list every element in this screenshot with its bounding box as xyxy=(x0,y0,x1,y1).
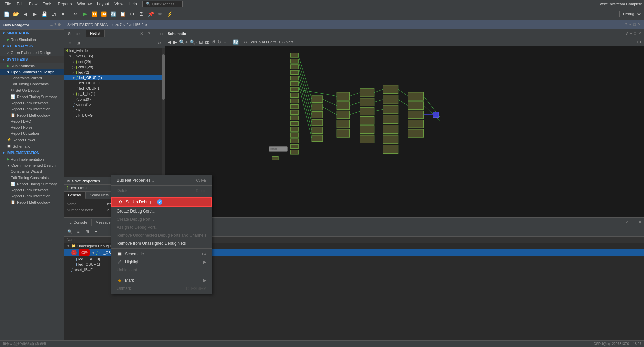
settings-btn[interactable]: ⚙ xyxy=(128,10,136,18)
nav-impl-constraints-wizard[interactable]: Constraints Wizard xyxy=(0,168,64,175)
tab-sources[interactable]: Sources xyxy=(64,30,86,37)
nav-impl-clock-int[interactable]: Report Clock Interaction xyxy=(0,193,64,199)
schem-rotate-ccw-btn[interactable]: ↺ xyxy=(211,39,215,45)
copy-btn[interactable]: 📋 xyxy=(118,10,127,18)
nav-run-implementation[interactable]: ▶ Run Implementation xyxy=(0,156,64,162)
schem-help-icon[interactable]: ? xyxy=(626,31,628,36)
title-minimize-icon[interactable]: − xyxy=(629,22,631,27)
menu-help[interactable]: Help xyxy=(126,1,140,7)
new-btn[interactable]: 📄 xyxy=(2,10,11,18)
nav-run-simulation[interactable]: ▶ Run Simulation xyxy=(0,36,64,43)
forward-btn[interactable]: ▶ xyxy=(30,10,39,18)
nav-section-implementation[interactable]: ▼ IMPLEMENTATION xyxy=(0,149,64,156)
schem-refresh-btn[interactable]: 🔄 xyxy=(233,39,239,45)
tree-row-led-obuf[interactable]: ▼ ∫ led_OBUF (2) xyxy=(64,75,165,80)
schem-gear-btn[interactable]: ⚙ xyxy=(637,39,641,45)
back-btn[interactable]: ◀ xyxy=(21,10,30,18)
console-close-icon[interactable]: ✕ xyxy=(638,220,641,224)
ctx-remove-unassigned[interactable]: Remove from Unassigned Debug Nets xyxy=(111,239,212,247)
console-filter-btn[interactable]: ▾ xyxy=(92,228,100,235)
netlist-max-icon[interactable]: □ xyxy=(158,30,165,37)
write-btn[interactable]: ✏ xyxy=(156,10,165,18)
prev-step-btn[interactable]: ⏪ xyxy=(99,10,108,18)
nav-schematic[interactable]: 🔲 Schematic xyxy=(0,143,64,149)
nav-open-synth-design[interactable]: ▼ Open Synthesized Design xyxy=(0,69,64,75)
netlist-help-icon[interactable]: ? xyxy=(146,30,152,37)
schem-back-btn[interactable]: ◀ xyxy=(168,39,171,45)
quick-access-box[interactable]: 🔍 Quick Access xyxy=(142,1,183,7)
ctx-highlight[interactable]: 🖊 Highlight ▶ xyxy=(111,258,212,266)
schem-fwd-btn[interactable]: ▶ xyxy=(173,39,177,45)
schem-rotate-cw-btn[interactable]: ↻ xyxy=(217,39,222,45)
console-collapse-btn[interactable]: ≡ xyxy=(75,228,82,235)
tree-row-clk-bufg[interactable]: ∫ clk_BUFG xyxy=(64,113,165,118)
schem-min-icon[interactable]: − xyxy=(630,31,632,36)
tree-row-clk[interactable]: ∫ clk xyxy=(64,107,165,113)
nav-impl-report-meth[interactable]: 📋 Report Methodology xyxy=(0,199,64,205)
console-tab-tcl[interactable]: Tcl Console xyxy=(64,219,92,226)
schem-select-btn[interactable]: ▦ xyxy=(205,39,209,45)
bus-net-tab-general[interactable]: General xyxy=(64,192,86,199)
menu-flow[interactable]: Flow xyxy=(26,1,40,7)
title-maximize-icon[interactable]: □ xyxy=(633,22,636,27)
menu-file[interactable]: File xyxy=(2,1,14,7)
nav-setup-debug[interactable]: ⚙ Set Up Debug xyxy=(0,87,64,93)
nav-open-impl-design[interactable]: ▼ Open Implemented Design xyxy=(0,162,64,168)
tree-row-nets[interactable]: ▼ ∫ Nets (135) xyxy=(64,53,165,59)
reset-btn[interactable]: 🔄 xyxy=(109,10,117,18)
tree-row-const0[interactable]: ∫ <const0> xyxy=(64,97,165,102)
schem-zoom-out-btn[interactable]: 🔍- xyxy=(190,39,197,45)
ctx-mark[interactable]: ◆ Mark ▶ xyxy=(111,276,212,284)
netlist-tab-close[interactable]: ✕ xyxy=(137,30,146,37)
debug-mode-select[interactable]: Debug xyxy=(619,11,642,17)
tree-row-p1in[interactable]: ▷ ∫ p_1_in (1) xyxy=(64,91,165,97)
tree-row-led-twinkle[interactable]: N led_twinkle xyxy=(64,48,165,53)
schem-fit-btn[interactable]: ⊞ xyxy=(199,39,203,45)
menu-window[interactable]: Window xyxy=(74,1,94,7)
step-btn[interactable]: ⏩ xyxy=(90,10,99,18)
tree-row-cnt0[interactable]: ▷ ∫ cnt0 (28) xyxy=(64,64,165,70)
sum-btn[interactable]: Σ xyxy=(137,10,146,18)
bus-net-tab-scalar[interactable]: Scalar Nets xyxy=(86,192,113,199)
console-search-btn[interactable]: 🔍 xyxy=(66,228,73,235)
ctx-setup-debug[interactable]: ⚙ Set Up Debug... 2 xyxy=(111,197,212,207)
tree-row-const1[interactable]: ∫ <const1> xyxy=(64,102,165,107)
undo-btn[interactable]: ↩ xyxy=(71,10,80,18)
nav-impl-edit-timing[interactable]: Edit Timing Constraints xyxy=(0,175,64,181)
title-close-icon[interactable]: ✕ xyxy=(638,22,641,27)
ctx-schematic[interactable]: 🔲 Schematic F4 xyxy=(111,250,212,258)
console-max-icon[interactable]: □ xyxy=(634,220,636,224)
run-btn[interactable]: ▶ xyxy=(80,10,89,18)
nav-section-synthesis[interactable]: ▼ SYNTHESIS xyxy=(0,56,64,63)
nav-section-rtl[interactable]: ▼ RTL ANALYSIS xyxy=(0,43,64,49)
tree-row-led-obuf-1[interactable]: ∫ led_OBUF[1] xyxy=(64,86,165,91)
save-btn[interactable]: 💾 xyxy=(40,10,48,18)
schem-max-icon[interactable]: □ xyxy=(634,31,636,36)
nav-help-icon[interactable]: ? xyxy=(54,23,56,27)
nav-report-clock-int[interactable]: Report Clock Interaction xyxy=(0,106,64,112)
nav-edit-timing[interactable]: Edit Timing Constraints xyxy=(0,81,64,87)
nav-open-elaborated[interactable]: ▷ Open Elaborated Design xyxy=(0,49,64,56)
menu-edit[interactable]: Edit xyxy=(14,1,26,7)
console-expand-btn[interactable]: ⊞ xyxy=(83,228,91,235)
nav-report-methodology-syn[interactable]: 📋 Report Methodology xyxy=(0,112,64,118)
schem-zoom-in-btn[interactable]: 🔍+ xyxy=(179,39,188,45)
nav-report-drc[interactable]: Report DRC xyxy=(0,118,64,124)
ctx-create-debug-core[interactable]: Create Debug Core... xyxy=(111,207,212,215)
menu-view[interactable]: View xyxy=(112,1,126,7)
netlist-expand-all[interactable]: ⊞ xyxy=(75,39,82,47)
open-btn[interactable]: 📂 xyxy=(11,10,20,18)
title-help-icon[interactable]: ? xyxy=(625,22,627,27)
nav-section-simulation[interactable]: ▼ SIMULATION xyxy=(0,30,64,36)
nav-collapse-icon[interactable]: ≡ xyxy=(50,23,53,27)
nav-constraints-wizard[interactable]: Constraints Wizard xyxy=(0,75,64,81)
schematic-canvas[interactable]: reset xyxy=(165,46,644,217)
schem-remove-btn[interactable]: − xyxy=(228,39,231,45)
tree-row-led[interactable]: ▷ ∫ led (2) xyxy=(64,70,165,75)
ctx-bus-net-props[interactable]: Bus Net Properties... Ctrl+E xyxy=(111,176,212,184)
menu-tools[interactable]: Tools xyxy=(40,1,55,7)
schem-add-btn[interactable]: + xyxy=(224,39,226,45)
close-btn[interactable]: ✕ xyxy=(59,10,67,18)
nav-report-timing-syn[interactable]: 📊 Report Timing Summary xyxy=(0,93,64,100)
tree-row-cnt[interactable]: ▷ ∫ cnt (29) xyxy=(64,59,165,64)
